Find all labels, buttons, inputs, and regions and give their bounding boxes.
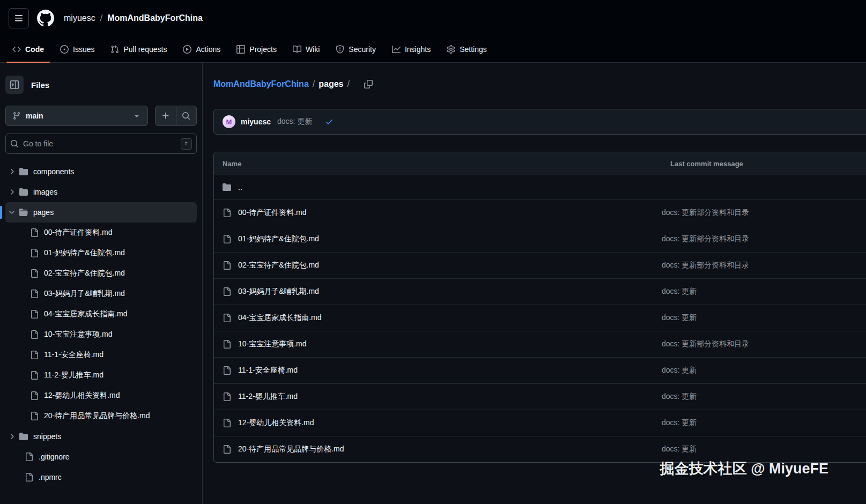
tab-code[interactable]: Code xyxy=(4,36,52,62)
file-icon xyxy=(25,473,33,481)
file-link[interactable]: 11-1-安全座椅.md xyxy=(238,366,298,375)
table-row: 03-妈妈月子&哺乳期.md docs: 更新 xyxy=(214,278,866,305)
file-icon xyxy=(30,290,39,298)
file-icon xyxy=(223,314,231,322)
tree-file[interactable]: .npmrc xyxy=(5,467,197,487)
tab-wiki[interactable]: Wiki xyxy=(285,36,328,62)
tree-folder[interactable]: snippets xyxy=(5,426,197,447)
file-tree: components images pages 00-待产证件资料.md 01-… xyxy=(5,161,197,487)
file-link[interactable]: 01-妈妈待产&住院包.md xyxy=(238,234,319,244)
table-row: 11-2-婴儿推车.md docs: 更新 xyxy=(214,383,866,410)
row-commit-message[interactable]: docs: 更新 xyxy=(662,366,866,375)
tab-pull-requests[interactable]: Pull requests xyxy=(102,36,175,62)
tab-insights[interactable]: Insights xyxy=(384,36,439,62)
triangle-down-icon xyxy=(132,112,141,120)
tab-actions[interactable]: Actions xyxy=(175,36,228,62)
tree-item-label: .gitignore xyxy=(39,453,70,461)
tree-folder[interactable]: components xyxy=(5,161,197,182)
current-branch-label: main xyxy=(26,112,128,120)
tree-file[interactable]: 01-妈妈待产&住院包.md xyxy=(5,243,197,263)
file-link[interactable]: 20-待产用品常见品牌与价格.md xyxy=(238,444,344,454)
issue-opened-icon xyxy=(60,45,69,54)
row-commit-message[interactable]: docs: 更新 xyxy=(662,313,866,323)
go-to-file-input[interactable] xyxy=(23,139,176,148)
hamburger-menu-button[interactable] xyxy=(9,8,29,28)
file-icon xyxy=(223,392,231,401)
book-icon xyxy=(293,45,301,54)
file-icon xyxy=(223,209,231,217)
file-link[interactable]: 10-宝宝注意事项.md xyxy=(238,339,307,349)
breadcrumb-separator: / xyxy=(347,79,349,89)
tree-item-label: 01-妈妈待产&住院包.md xyxy=(44,248,125,258)
tree-item-label: 20-待产用品常见品牌与价格.md xyxy=(44,411,150,421)
shield-icon xyxy=(336,45,344,54)
header-context-breadcrumb: miyuesc / MomAndBabyForChina xyxy=(64,13,203,23)
file-link[interactable]: 00-待产证件资料.md xyxy=(238,208,307,218)
add-file-button[interactable] xyxy=(156,106,176,125)
file-icon xyxy=(30,371,39,380)
row-commit-message[interactable]: docs: 更新部分资料和目录 xyxy=(662,234,866,244)
row-commit-message[interactable]: docs: 更新 xyxy=(662,418,866,428)
github-logo-icon[interactable] xyxy=(37,10,54,27)
breadcrumb-separator: / xyxy=(100,13,102,23)
tree-file[interactable]: .gitignore xyxy=(5,447,197,467)
file-link[interactable]: 03-妈妈月子&哺乳期.md xyxy=(238,287,319,297)
commit-author-link[interactable]: miyuesc xyxy=(241,117,271,126)
tree-file[interactable]: 11-1-安全座椅.md xyxy=(5,345,197,365)
file-icon xyxy=(223,287,231,296)
row-commit-message[interactable]: docs: 更新 xyxy=(662,392,866,402)
copy-path-button[interactable] xyxy=(361,77,376,92)
tree-file[interactable]: 10-宝宝注意事项.md xyxy=(5,324,197,345)
commit-message-link[interactable]: docs: 更新 xyxy=(277,117,312,127)
avatar[interactable]: M xyxy=(223,115,235,128)
row-commit-message[interactable]: docs: 更新部分资料和目录 xyxy=(662,208,866,218)
owner-link[interactable]: miyuesc xyxy=(64,13,95,23)
tree-file[interactable]: 03-妈妈月子&哺乳期.md xyxy=(5,284,197,304)
checks-status-icon[interactable] xyxy=(325,117,334,126)
tree-file[interactable]: 20-待产用品常见品牌与价格.md xyxy=(5,406,197,426)
column-header-name: Name xyxy=(214,160,662,168)
row-commit-message[interactable]: docs: 更新 xyxy=(662,287,866,297)
file-link[interactable]: 12-婴幼儿相关资料.md xyxy=(238,418,314,428)
shortcut-key-badge: t xyxy=(181,138,192,150)
tab-label: Code xyxy=(25,45,44,54)
row-commit-message[interactable]: docs: 更新 xyxy=(662,444,866,454)
file-icon xyxy=(25,453,33,461)
file-link[interactable]: 11-2-婴儿推车.md xyxy=(238,392,298,402)
repo-link[interactable]: MomAndBabyForChina xyxy=(107,13,203,23)
tab-projects[interactable]: Projects xyxy=(228,36,285,62)
tab-issues[interactable]: Issues xyxy=(52,36,102,62)
search-code-button[interactable] xyxy=(176,106,197,125)
tree-item-label: pages xyxy=(33,208,54,217)
directory-listing-table: Name Last commit message .. 00-待产证件资料.md… xyxy=(213,152,866,463)
search-icon xyxy=(182,112,190,120)
tree-item-label: 00-待产证件资料.md xyxy=(44,228,113,238)
tree-item-label: 11-1-安全座椅.md xyxy=(44,350,103,360)
file-icon xyxy=(223,235,231,243)
copy-icon xyxy=(364,80,373,88)
chevron-right-icon xyxy=(8,167,16,176)
file-link[interactable]: 04-宝宝居家成长指南.md xyxy=(238,313,322,323)
tree-file[interactable]: 04-宝宝居家成长指南.md xyxy=(5,304,197,324)
table-row: 00-待产证件资料.md docs: 更新部分资料和目录 xyxy=(214,199,866,226)
tree-file[interactable]: 12-婴幼儿相关资料.md xyxy=(5,386,197,406)
three-bars-icon xyxy=(14,14,23,23)
branch-selector[interactable]: main xyxy=(5,106,148,126)
tab-settings[interactable]: Settings xyxy=(439,36,495,62)
row-commit-message[interactable]: docs: 更新部分资料和目录 xyxy=(662,339,866,349)
tree-folder[interactable]: pages xyxy=(5,202,197,223)
tree-file[interactable]: 02-宝宝待产&住院包.md xyxy=(5,263,197,284)
collapse-sidebar-button[interactable] xyxy=(5,76,24,94)
parent-directory-link[interactable]: .. xyxy=(238,183,242,191)
row-commit-message[interactable]: docs: 更新部分资料和目录 xyxy=(662,261,866,270)
tab-security[interactable]: Security xyxy=(328,36,384,62)
tree-file[interactable]: 00-待产证件资料.md xyxy=(5,223,197,243)
table-row: .. xyxy=(214,175,866,199)
file-link[interactable]: 02-宝宝待产&住院包.md xyxy=(238,261,319,270)
tree-item-label: 02-宝宝待产&住院包.md xyxy=(44,269,125,278)
tree-file[interactable]: 11-2-婴儿推车.md xyxy=(5,365,197,386)
chevron-right-icon xyxy=(8,432,16,441)
tree-folder[interactable]: images xyxy=(5,182,197,202)
breadcrumb-repo-link[interactable]: MomAndBabyForChina xyxy=(213,79,309,89)
table-row: 02-宝宝待产&住院包.md docs: 更新部分资料和目录 xyxy=(214,252,866,278)
